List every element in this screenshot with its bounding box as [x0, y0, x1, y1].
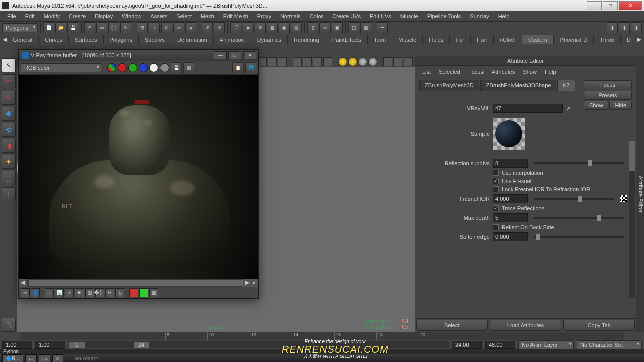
vfb-close-button[interactable]: ✕ — [243, 51, 256, 59]
range-start-outer-field[interactable]: 1.00 — [2, 341, 32, 349]
soft-tool-icon[interactable]: ⬚ — [2, 171, 16, 185]
soften-edge-field[interactable]: 0.000 — [493, 232, 528, 241]
select-button[interactable]: Select — [416, 320, 488, 331]
attr-menu-focus[interactable]: Focus — [465, 68, 487, 76]
range-end-outer-field[interactable]: 48.00 — [485, 341, 515, 349]
menu-color[interactable]: Color — [306, 12, 327, 20]
menu-editmesh[interactable]: Edit Mesh — [219, 12, 252, 20]
vp-hq-icon[interactable] — [368, 57, 377, 66]
history-on-icon[interactable]: ↺ — [202, 22, 213, 33]
curve-icon[interactable]: ↗ — [65, 288, 74, 297]
exposure-icon[interactable]: ✺ — [75, 288, 84, 297]
fresnel-ior-slider[interactable] — [534, 198, 614, 200]
shelf-d[interactable]: D — [621, 35, 637, 44]
select-tool-icon[interactable]: ↖ — [2, 58, 16, 72]
scale-tool-icon[interactable]: ◨ — [2, 139, 16, 153]
shelf-throb[interactable]: Throb — [594, 35, 621, 44]
menu-mesh[interactable]: Mesh — [197, 12, 218, 20]
vp-shade-icon[interactable] — [303, 57, 312, 66]
vfb-maximize-button[interactable]: □ — [228, 51, 242, 59]
menu-help[interactable]: Help — [494, 12, 514, 20]
vp-tex-icon[interactable] — [313, 57, 322, 66]
new-scene-icon[interactable]: 📄 — [43, 22, 54, 33]
menu-createuvs[interactable]: Create UVs — [328, 12, 365, 20]
upstream-icon[interactable]: ↗ — [566, 105, 571, 112]
vp-film-icon[interactable] — [278, 57, 287, 66]
taskbar-btn2[interactable]: ▭ — [39, 354, 50, 362]
mono-channel-icon[interactable] — [160, 63, 169, 72]
vfb-settings-icon[interactable]: 🌐 — [245, 62, 256, 73]
shelf-curves[interactable]: Curves — [39, 35, 69, 44]
shelf-left-icon[interactable]: ◀ — [2, 36, 7, 43]
lock-fresnel-checkbox[interactable] — [493, 186, 499, 192]
attr-menu-show[interactable]: Show — [520, 68, 540, 76]
vp-xraya-icon[interactable] — [393, 57, 403, 66]
rotate-tool-icon[interactable]: ⟲ — [2, 123, 16, 137]
shelf-fur[interactable]: Fur — [450, 35, 471, 44]
use-fresnel-checkbox[interactable]: ✓ — [493, 178, 499, 184]
sidebar-toggle1-icon[interactable]: ▮ — [607, 22, 618, 33]
render-view-icon[interactable]: ▦ — [267, 22, 278, 33]
material-name-field[interactable]: rl7 — [493, 104, 563, 113]
menu-normals[interactable]: Normals — [276, 12, 305, 20]
snap-live-icon[interactable]: ◈ — [185, 22, 196, 33]
anim-layer-dropdown[interactable]: No Anim Layer — [518, 340, 574, 349]
vp-xrayj-icon[interactable] — [404, 57, 413, 66]
time-slider[interactable]: 8 10 12 14 16 18 20 — [20, 332, 624, 340]
range-start-inner-field[interactable]: 1.00 — [35, 341, 65, 349]
shelf-animation[interactable]: Animation — [214, 35, 251, 44]
green-channel-icon[interactable] — [128, 63, 137, 72]
trace-reflections-checkbox[interactable]: ✓ — [493, 205, 499, 211]
vp-light-icon[interactable] — [323, 57, 332, 66]
taskbar-app[interactable]: 🔷 R... — [2, 354, 23, 362]
save-scene-icon[interactable]: 💾 — [67, 22, 78, 33]
fresnel-ior-map-icon[interactable] — [620, 195, 627, 202]
tab-attribute-editor[interactable]: Attribute Editor — [638, 59, 644, 329]
undo-icon[interactable]: ↶ — [84, 22, 95, 33]
reflect-back-checkbox[interactable] — [493, 224, 499, 230]
shelf-polygons[interactable]: Polygons — [104, 35, 139, 44]
fresnel-ior-field[interactable]: 4.000 — [493, 194, 528, 203]
menu-assets[interactable]: Assets — [146, 12, 171, 20]
region-green-icon[interactable] — [139, 288, 148, 297]
vfb-titlebar[interactable]: V-Ray frame buffer - [100% of 500 x 375]… — [19, 50, 258, 61]
xray-icon[interactable]: ◫ — [348, 22, 359, 33]
shelf-painteffects[interactable]: PaintEffects — [326, 35, 368, 44]
menu-edituvs[interactable]: Edit UVs — [366, 12, 395, 20]
vray-frame-buffer-window[interactable]: V-Ray frame buffer - [100% of 500 x 375]… — [18, 49, 259, 299]
shelf-right-icon[interactable]: ▶ — [637, 36, 642, 43]
vp-xray-icon[interactable] — [383, 57, 392, 66]
paint-select-icon[interactable]: ✎ — [120, 22, 131, 33]
vp-default-light-icon[interactable] — [338, 57, 347, 66]
maximize-button[interactable]: □ — [603, 1, 618, 10]
select-tool-icon[interactable]: ▭ — [96, 22, 107, 33]
blue-channel-icon[interactable] — [139, 63, 148, 72]
levels-icon[interactable]: 📊 — [55, 288, 64, 297]
lasso-tool-icon[interactable]: 〰 — [2, 74, 16, 88]
menu-window[interactable]: Window — [118, 12, 145, 20]
render-icon[interactable]: 🎬 — [230, 22, 242, 33]
shelf-custom[interactable]: Custom — [522, 35, 554, 44]
history-off-icon[interactable]: ⊘ — [214, 22, 225, 33]
snap-curve-icon[interactable]: ∿ — [149, 22, 160, 33]
history-h-icon[interactable]: H — [105, 288, 114, 297]
refl-subdivs-field[interactable]: 8 — [493, 159, 528, 168]
copy-tab-button[interactable]: Copy Tab — [564, 320, 635, 331]
sidebar-toggle3-icon[interactable]: ▮ — [631, 22, 642, 33]
menu-muscle[interactable]: Muscle — [396, 12, 422, 20]
close-button[interactable]: ✕ — [619, 1, 642, 10]
refl-subdivs-slider[interactable] — [534, 162, 624, 164]
duplicate-icon[interactable]: 📋 — [232, 62, 244, 73]
shelf-rendering[interactable]: Rendering — [288, 35, 326, 44]
shelf-surfaces[interactable]: Surfaces — [69, 35, 103, 44]
menu-select[interactable]: Select — [172, 12, 196, 20]
shelf-toon[interactable]: Toon — [368, 35, 392, 44]
layout2-icon[interactable]: ▭ — [319, 22, 331, 33]
vfb-hscrollbar[interactable]: ◀ ▶ ▸ — [19, 279, 258, 287]
max-depth-field[interactable]: 5 — [493, 213, 528, 222]
vfb-minimize-button[interactable]: — — [214, 51, 227, 59]
snap-plane-icon[interactable]: ▱ — [173, 22, 184, 33]
menu-pipeline[interactable]: Pipeline Tools — [423, 12, 465, 20]
input-field-icon[interactable]: ☰ — [377, 22, 388, 33]
menu-file[interactable]: File — [3, 12, 20, 20]
